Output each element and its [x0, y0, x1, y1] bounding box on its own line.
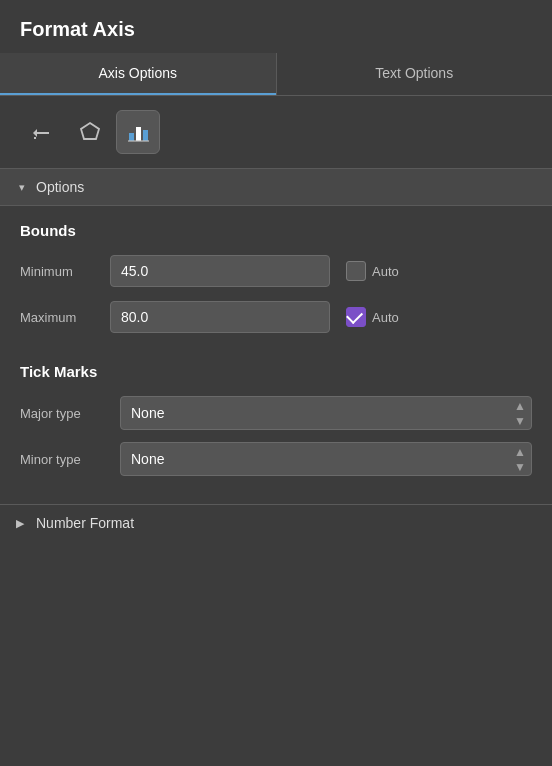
number-format-label: Number Format: [36, 515, 134, 531]
minor-type-label: Minor type: [20, 452, 110, 467]
major-type-select[interactable]: None Inside Outside Cross: [120, 396, 532, 430]
minimum-auto-label: Auto: [372, 264, 399, 279]
tick-marks-label: Tick Marks: [20, 363, 532, 380]
minor-type-row: Minor type None Inside Outside Cross ▲ ▼: [20, 442, 532, 476]
number-format-chevron-icon: ▶: [16, 517, 28, 529]
major-type-label: Major type: [20, 406, 110, 421]
maximum-input[interactable]: [110, 301, 330, 333]
tab-text-options[interactable]: Text Options: [277, 53, 553, 95]
svg-rect-1: [129, 133, 134, 141]
fill-icon-button[interactable]: [20, 110, 64, 154]
tab-axis-options[interactable]: Axis Options: [0, 53, 276, 95]
minimum-row: Minimum Auto: [20, 255, 532, 287]
maximum-auto-checkbox[interactable]: [346, 307, 366, 327]
number-format-section-header[interactable]: ▶ Number Format: [0, 504, 552, 541]
border-icon-button[interactable]: [68, 110, 112, 154]
options-chevron-icon: ▾: [16, 181, 28, 193]
border-icon: [77, 119, 103, 145]
svg-marker-0: [81, 123, 99, 139]
panel-title: Format Axis: [0, 0, 552, 53]
fill-icon: [29, 119, 55, 145]
bounds-label: Bounds: [20, 222, 532, 239]
minor-type-select[interactable]: None Inside Outside Cross: [120, 442, 532, 476]
maximum-row: Maximum Auto: [20, 301, 532, 333]
chart-icon-button[interactable]: [116, 110, 160, 154]
minor-type-select-wrapper: None Inside Outside Cross ▲ ▼: [120, 442, 532, 476]
minimum-label: Minimum: [20, 264, 100, 279]
options-section-header[interactable]: ▾ Options: [0, 169, 552, 206]
tab-bar: Axis Options Text Options: [0, 53, 552, 96]
options-section-label: Options: [36, 179, 84, 195]
maximum-auto-group: Auto: [346, 307, 399, 327]
tick-marks-section: Tick Marks Major type None Inside Outsid…: [0, 363, 552, 504]
maximum-label: Maximum: [20, 310, 100, 325]
minimum-auto-checkbox[interactable]: [346, 261, 366, 281]
chart-icon: [125, 119, 151, 145]
svg-rect-2: [136, 127, 141, 141]
maximum-auto-label: Auto: [372, 310, 399, 325]
icon-bar: [0, 96, 552, 169]
format-axis-panel: Format Axis Axis Options Text Options: [0, 0, 552, 766]
major-type-row: Major type None Inside Outside Cross ▲ ▼: [20, 396, 532, 430]
svg-rect-3: [143, 130, 148, 141]
major-type-select-wrapper: None Inside Outside Cross ▲ ▼: [120, 396, 532, 430]
minimum-input[interactable]: [110, 255, 330, 287]
options-section-content: Bounds Minimum Auto Maximum Auto: [0, 206, 552, 363]
minimum-auto-group: Auto: [346, 261, 399, 281]
